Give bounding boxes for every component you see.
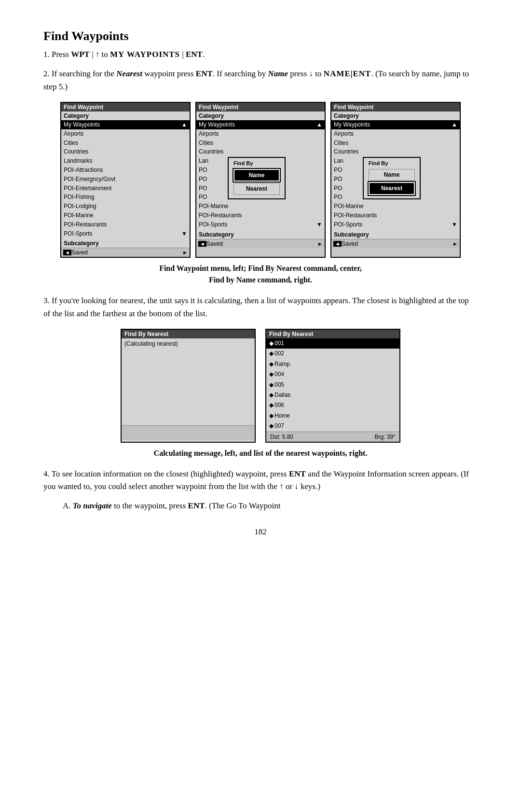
findby-name-option-right[interactable]: Name: [369, 169, 415, 181]
list-item: Cities: [61, 139, 190, 148]
scrollbar-up-icon: ▲: [181, 121, 187, 129]
waypoint-icon: ◆: [269, 370, 274, 378]
screen-left-saved-row: ◄ Saved ►: [61, 248, 190, 257]
lower-screen-2-title: Find By Nearest: [266, 330, 399, 338]
step2-name: Name: [268, 69, 288, 78]
step1-ent: ENT: [186, 50, 203, 59]
step1-pipe: |: [180, 50, 186, 59]
screen-left-saved-left: ◄: [63, 250, 71, 255]
list-item: Airports: [196, 129, 325, 139]
list-item: Cities: [331, 139, 460, 148]
step1-separator: |: [90, 50, 96, 59]
waypoint-icon: ◆: [269, 360, 274, 368]
waypoint-icon: ◆: [269, 350, 274, 358]
step1-mywaypoints: My Waypoints: [110, 50, 180, 59]
step4-arrow-down: ↓: [294, 482, 299, 491]
scrollbar-down-icon: ▼: [181, 230, 187, 238]
list-item: POI-Marine: [331, 202, 460, 211]
stepA-ent: ENT: [188, 501, 205, 510]
screen-center-saved-left: ◄: [198, 241, 206, 247]
lower-screen-calculating: Find By Nearest (Calculating nearest): [121, 329, 256, 443]
brg-label: Brg: 39°: [375, 434, 396, 440]
dst-label: Dst: 5.80: [270, 434, 293, 440]
step4-paragraph: 4. To see location information on the cl…: [43, 468, 478, 493]
screen-right-saved-label: Saved: [342, 240, 358, 247]
scrollbar-up-icon: ▲: [452, 121, 457, 129]
screen-right-body: Category My Waypoints▲ Airports Cities C…: [331, 112, 460, 248]
waypoint-item-ramp[interactable]: ◆Ramp: [266, 359, 399, 369]
step2-prefix: 2. If searching for the: [43, 69, 116, 78]
stepA-suffix: . (The Go To Waypoint: [205, 501, 281, 510]
scrollbar-down-icon: ▼: [452, 221, 457, 229]
lower-screen-1-title: Find By Nearest: [122, 330, 255, 338]
stepA-to-navigate: To navigate: [73, 501, 112, 510]
list-item: POI-Restaurants: [196, 211, 325, 220]
waypoint-item-dallas[interactable]: ◆Dallas: [266, 390, 399, 400]
lower-screen-1-footer: [122, 425, 255, 440]
step2-paragraph: 2. If searching for the Nearest waypoint…: [43, 68, 478, 93]
findby-nearest-option-right[interactable]: Nearest: [369, 182, 415, 195]
list-item: Airports: [61, 129, 190, 139]
list-item: Lan Find By Name Nearest: [196, 156, 325, 166]
step2-middle: waypoint press: [142, 69, 196, 78]
list-item: POI-Sports▼: [331, 220, 460, 229]
screen-center-subcategory: Subcategory: [196, 230, 325, 239]
waypoint-item-007[interactable]: ◆007: [266, 421, 399, 431]
waypoint-item-004[interactable]: ◆004: [266, 369, 399, 379]
waypoint-icon: ◆: [269, 401, 274, 409]
waypoint-item-005[interactable]: ◆005: [266, 380, 399, 390]
step2-nameent: Name|ENT: [324, 69, 371, 78]
screen-left-body: Category My Waypoints▲ Airports Cities C…: [61, 112, 190, 257]
waypoint-icon: ◆: [269, 339, 274, 348]
screens-row-top: Find Waypoint Category My Waypoints▲ Air…: [43, 102, 478, 258]
list-item: POI-Marine: [61, 211, 190, 220]
list-item: POI-Restaurants: [331, 211, 460, 220]
list-item: POI-Lodging: [61, 202, 190, 211]
calculating-message: (Calculating nearest): [122, 338, 255, 350]
screen-center-body: Category My Waypoints▲ Airports Cities C…: [196, 112, 325, 248]
screen-left-subcategory: Subcategory: [61, 239, 190, 248]
step4-text3: keys.): [299, 482, 320, 491]
step2-arrow2: ↓: [309, 69, 314, 78]
screen-left: Find Waypoint Category My Waypoints▲ Air…: [60, 102, 191, 258]
step1-to: to: [99, 50, 110, 59]
step4-text1: 4. To see location information on the cl…: [43, 469, 289, 478]
screen-center-item-mywaypoints[interactable]: My Waypoints▲: [196, 120, 325, 129]
screen-right-item-mywaypoints[interactable]: My Waypoints▲: [331, 120, 460, 129]
findby-name-option[interactable]: Name: [233, 169, 280, 182]
screen-left-category: Category: [61, 112, 190, 120]
stepA-text: to the waypoint, press: [112, 501, 188, 510]
list-item: POI-Emergncy/Govt: [61, 175, 190, 184]
stepA-paragraph: A. To navigate to the waypoint, press EN…: [63, 500, 478, 512]
list-item: POI-Restaurants: [61, 220, 190, 229]
waypoint-item-001[interactable]: ◆001: [266, 338, 399, 349]
lower-screen-waypoints: Find By Nearest ◆001 ◆002 ◆Ramp ◆004 ◆00…: [265, 329, 400, 443]
page-title: Find Waypoints: [43, 29, 478, 43]
screens-row-lower: Find By Nearest (Calculating nearest) Fi…: [43, 329, 478, 443]
list-item: Landmarks: [61, 156, 190, 166]
step1-paragraph: 1. Press WPT | ↑ to My Waypoints | ENT.: [43, 48, 478, 61]
step1-text: 1. Press: [43, 50, 71, 59]
step4-ent: ENT: [289, 469, 306, 478]
lower-screen-2-footer: Dst: 5.80 Brg: 39°: [266, 432, 399, 442]
waypoint-icon: ◆: [269, 412, 274, 420]
screen-left-item-mywaypoints[interactable]: My Waypoints▲: [61, 120, 190, 129]
scrollbar-up-icon: ▲: [316, 121, 322, 129]
screen-left-saved-right: ►: [182, 250, 188, 255]
findby-title: Find By: [233, 160, 280, 167]
waypoint-item-006[interactable]: ◆006: [266, 400, 399, 410]
caption-2: Calculating message, left, and list of t…: [43, 448, 478, 459]
caption-1: Find Waypoint menu, left; Find By Neares…: [43, 263, 478, 286]
lower-screen-1-body: (Calculating nearest): [122, 338, 255, 425]
list-item: Countries: [331, 147, 460, 156]
waypoint-item-002[interactable]: ◆002: [266, 349, 399, 359]
waypoint-item-home[interactable]: ◆Home: [266, 411, 399, 421]
list-item: POI-Entertainment: [61, 184, 190, 193]
step1-period: .: [203, 50, 205, 59]
list-item: POI-Marine: [196, 202, 325, 211]
list-item: POI-Sports▼: [61, 229, 190, 238]
screen-center: Find Waypoint Category My Waypoints▲ Air…: [195, 102, 326, 258]
findby-nearest-option[interactable]: Nearest: [233, 183, 280, 195]
caption-1-line1: Find Waypoint menu, left; Find By Neares…: [43, 263, 478, 274]
step2-ent1: ENT: [196, 69, 213, 78]
